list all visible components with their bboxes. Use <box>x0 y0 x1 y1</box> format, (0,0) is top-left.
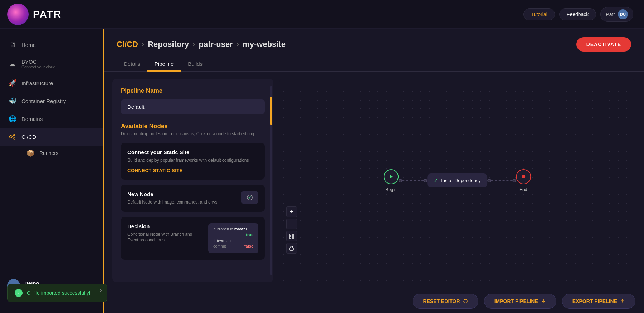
globe-icon: 🌐 <box>9 115 16 123</box>
pipeline-name-title: Pipeline Name <box>121 87 265 94</box>
content-area: Pipeline Name Default Available Nodes Dr… <box>104 72 644 289</box>
rocket-icon: 🚀 <box>9 79 16 87</box>
breadcrumb-repository: Repository <box>148 40 189 49</box>
sidebar: 🖥 Home ☁ BYOC Connect your cloud 🚀 Infra… <box>0 29 104 313</box>
toast-message: CI file imported successfully! <box>27 290 90 296</box>
zoom-in-button[interactable]: + <box>286 206 297 217</box>
svg-point-1 <box>14 134 15 136</box>
bottom-bar: RESET EDITOR IMPORT PIPELINE EXPORT PIPE… <box>104 289 644 313</box>
tab-details[interactable]: Details <box>117 57 147 72</box>
home-icon: 🖥 <box>9 41 16 49</box>
left-panel: Pipeline Name Default Available Nodes Dr… <box>112 79 273 282</box>
runners-icon: 📦 <box>26 149 34 157</box>
svg-rect-12 <box>290 248 293 250</box>
connector-1 <box>399 179 427 182</box>
svg-point-7 <box>522 175 525 178</box>
connector-dot <box>424 179 427 182</box>
svg-rect-11 <box>292 237 294 238</box>
container-icon: 🐳 <box>9 97 16 105</box>
dashed-line <box>402 180 424 181</box>
breadcrumb-user: patr-user <box>199 40 233 49</box>
scrollbar-track <box>270 86 272 275</box>
feedback-button[interactable]: Feedback <box>559 8 596 20</box>
svg-rect-8 <box>289 234 291 235</box>
node-title: Decision <box>127 223 204 229</box>
end-label: End <box>519 187 527 192</box>
breadcrumb-repo: my-website <box>243 40 286 49</box>
svg-point-2 <box>14 138 15 139</box>
decision-true: true <box>246 233 253 237</box>
breadcrumb: CI/CD › Repository › patr-user › my-webs… <box>117 40 286 49</box>
tab-pipeline[interactable]: Pipeline <box>147 57 181 72</box>
import-pipeline-button[interactable]: IMPORT PIPELINE <box>484 294 556 309</box>
top-nav: PATR Tutorial Feedback Patr DU <box>0 0 644 29</box>
tab-builds[interactable]: Builds <box>181 57 210 72</box>
scrollbar-thumb <box>270 97 272 125</box>
node-card-new-node[interactable]: New Node Default Node with image, comman… <box>121 185 265 212</box>
svg-rect-9 <box>292 234 294 235</box>
node-card-connect-static[interactable]: Connect your Static Site Build and deplo… <box>121 143 265 180</box>
logo: PATR <box>0 0 104 29</box>
fit-button[interactable] <box>286 231 297 241</box>
nav-buttons: Tutorial Feedback Patr DU <box>523 7 633 22</box>
new-node-button[interactable] <box>241 191 258 204</box>
pipeline-name-box: Default <box>121 99 265 114</box>
node-desc: Build and deploy popular frameworks with… <box>127 157 249 163</box>
connector-dot <box>399 179 402 182</box>
sidebar-item-label: Domains <box>21 116 43 122</box>
user-name: Patr <box>606 11 615 17</box>
node-title: Connect your Static Site <box>127 149 249 155</box>
install-label: Install Dependency <box>441 178 481 183</box>
begin-circle <box>384 169 399 184</box>
avatar: DU <box>618 9 628 19</box>
sidebar-item-domains[interactable]: 🌐 Domains <box>0 110 103 128</box>
dashed-line <box>491 180 512 181</box>
export-pipeline-button[interactable]: EXPORT PIPELINE <box>562 294 635 309</box>
page-header: CI/CD › Repository › patr-user › my-webs… <box>104 29 644 52</box>
node-desc: Default Node with image, commands, and e… <box>127 199 217 205</box>
breadcrumb-cicd: CI/CD <box>117 40 138 49</box>
pipeline-canvas[interactable]: Begin ✓ Install Dependency <box>279 79 635 282</box>
begin-label: Begin <box>386 187 397 192</box>
reset-editor-button[interactable]: RESET EDITOR <box>413 294 478 309</box>
svg-line-4 <box>12 137 14 138</box>
main-content: CI/CD › Repository › patr-user › my-webs… <box>104 29 644 313</box>
pipeline-node-install: ✓ Install Dependency <box>427 173 487 187</box>
pipeline-nodes: Begin ✓ Install Dependency <box>384 169 531 192</box>
svg-rect-10 <box>289 237 291 238</box>
logo-text: PATR <box>33 9 62 20</box>
install-box: ✓ Install Dependency <box>427 173 487 187</box>
sidebar-item-label: Container Registry <box>21 98 66 104</box>
zoom-out-button[interactable]: − <box>286 219 297 229</box>
svg-marker-6 <box>390 175 393 178</box>
reset-label: RESET EDITOR <box>423 298 460 304</box>
export-label: EXPORT PIPELINE <box>572 298 617 304</box>
user-badge[interactable]: Patr DU <box>600 7 633 22</box>
sidebar-item-byoc[interactable]: ☁ BYOC Connect your cloud <box>0 54 103 74</box>
runners-label: Runners <box>39 150 58 156</box>
byoc-sublabel: Connect your cloud <box>21 65 55 69</box>
toast-icon: ✓ <box>15 289 23 297</box>
lock-button[interactable] <box>286 243 297 254</box>
tutorial-button[interactable]: Tutorial <box>523 8 555 20</box>
decision-preview: If Branch in master true If Event in com… <box>208 223 258 253</box>
import-label: IMPORT PIPELINE <box>494 298 538 304</box>
tabs: Details Pipeline Builds <box>104 57 644 72</box>
toast-close[interactable]: × <box>100 288 103 293</box>
byoc-label: BYOC <box>21 59 55 65</box>
sidebar-item-home[interactable]: 🖥 Home <box>0 36 103 54</box>
connect-static-link[interactable]: CONNECT STATIC SITE <box>127 168 249 173</box>
sidebar-item-cicd[interactable]: CI/CD <box>0 128 103 146</box>
svg-line-3 <box>12 135 14 137</box>
sidebar-item-container-registry[interactable]: 🐳 Container Registry <box>0 92 103 110</box>
sidebar-item-runners[interactable]: 📦 Runners <box>21 146 103 161</box>
decision-event-sub: commit <box>213 244 226 248</box>
node-desc: Conditional Node with Branch and Event a… <box>127 231 204 244</box>
connector-dot <box>512 179 516 182</box>
sidebar-item-infrastructure[interactable]: 🚀 Infrastructure <box>0 74 103 92</box>
node-card-decision[interactable]: Decision Conditional Node with Branch an… <box>121 217 265 260</box>
node-title: New Node <box>127 191 217 197</box>
svg-point-0 <box>10 136 12 138</box>
end-circle <box>516 169 531 184</box>
deactivate-button[interactable]: DEACTIVATE <box>576 37 631 52</box>
